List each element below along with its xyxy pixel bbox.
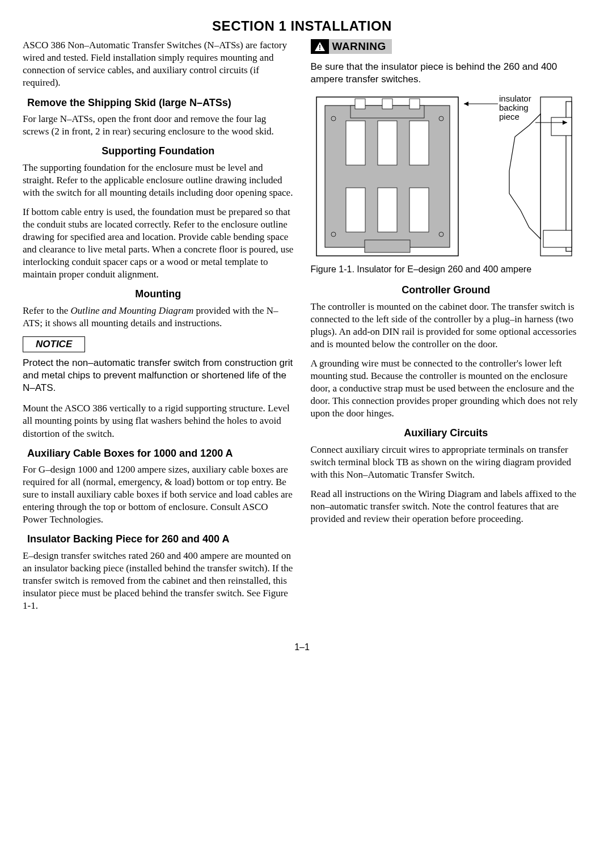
left-column: ASCO 386 Non–Automatic Transfer Switches… bbox=[23, 39, 294, 619]
section-title: SECTION 1 INSTALLATION bbox=[23, 17, 581, 35]
two-column-layout: ASCO 386 Non–Automatic Transfer Switches… bbox=[23, 39, 581, 619]
warning-triangle-icon: ! bbox=[311, 39, 329, 54]
svg-rect-12 bbox=[378, 188, 397, 232]
svg-rect-7 bbox=[409, 99, 420, 109]
right-column: ! WARNING Be sure that the insulator pie… bbox=[311, 39, 582, 619]
paragraph-foundation-2: If bottom cable entry is used, the found… bbox=[23, 206, 294, 281]
svg-rect-9 bbox=[378, 121, 397, 165]
svg-rect-13 bbox=[409, 188, 429, 232]
warning-text: Be sure that the insulator piece is behi… bbox=[311, 61, 582, 86]
heading-insulator-backing: Insulator Backing Piece for 260 and 400 … bbox=[23, 533, 294, 546]
paragraph-aux-circuits-1: Connect auxiliary circuit wires to appro… bbox=[311, 444, 582, 481]
paragraph-aux-cable: For G–design 1000 and 1200 ampere sizes,… bbox=[23, 464, 294, 526]
heading-aux-cable-boxes: Auxiliary Cable Boxes for 1000 and 1200 … bbox=[23, 447, 294, 460]
paragraph-insulator: E–design transfer switches rated 260 and… bbox=[23, 550, 294, 612]
paragraph-foundation-1: The supporting foundation for the enclos… bbox=[23, 162, 294, 199]
page-number: 1–1 bbox=[23, 642, 581, 654]
paragraph-controller-2: A grounding wire must be connected to th… bbox=[311, 357, 582, 420]
svg-rect-5 bbox=[355, 99, 365, 109]
svg-rect-8 bbox=[346, 121, 365, 165]
paragraph-remove-skid: For large N–ATSs, open the front door an… bbox=[23, 113, 294, 138]
svg-text:!: ! bbox=[318, 43, 320, 52]
svg-rect-14 bbox=[365, 240, 410, 252]
paragraph-mounting-2: Mount the ASCO 386 vertically to a rigid… bbox=[23, 402, 294, 440]
warning-box: ! WARNING bbox=[311, 39, 392, 54]
svg-marker-24 bbox=[464, 102, 468, 106]
annot-line-3: piece bbox=[499, 112, 519, 121]
svg-rect-22 bbox=[543, 230, 572, 247]
paragraph-controller-1: The controller is mounted on the cabinet… bbox=[311, 301, 582, 351]
heading-foundation: Supporting Foundation bbox=[23, 145, 294, 158]
heading-mounting: Mounting bbox=[23, 288, 294, 301]
annot-line-1: insulator bbox=[499, 94, 531, 103]
heading-auxiliary-circuits: Auxiliary Circuits bbox=[311, 427, 582, 440]
figure-caption: Figure 1-1. Insulator for E–design 260 a… bbox=[311, 264, 582, 276]
heading-remove-skid: Remove the Shipping Skid (large N–ATSs) bbox=[23, 96, 294, 109]
figure-1-1: insulator backing piece bbox=[311, 91, 582, 262]
svg-rect-11 bbox=[346, 188, 365, 232]
intro-paragraph: ASCO 386 Non–Automatic Transfer Switches… bbox=[23, 39, 294, 89]
paragraph-aux-circuits-2: Read all instructions on the Wiring Diag… bbox=[311, 488, 582, 525]
paragraph-mounting-1: Refer to the Outline and Mounting Diagra… bbox=[23, 305, 294, 330]
svg-rect-6 bbox=[382, 99, 392, 109]
svg-rect-21 bbox=[551, 117, 572, 136]
italic-reference: Outline and Mounting Diagram bbox=[71, 305, 194, 316]
annot-line-2: backing bbox=[499, 103, 529, 112]
warning-label: WARNING bbox=[329, 39, 392, 54]
notice-text: Protect the non–automatic transfer switc… bbox=[23, 357, 294, 394]
svg-rect-10 bbox=[409, 121, 429, 165]
text: Refer to the bbox=[23, 305, 71, 316]
heading-controller-ground: Controller Ground bbox=[311, 284, 582, 297]
insulator-diagram: insulator backing piece bbox=[311, 91, 577, 262]
notice-box: NOTICE bbox=[23, 336, 85, 352]
